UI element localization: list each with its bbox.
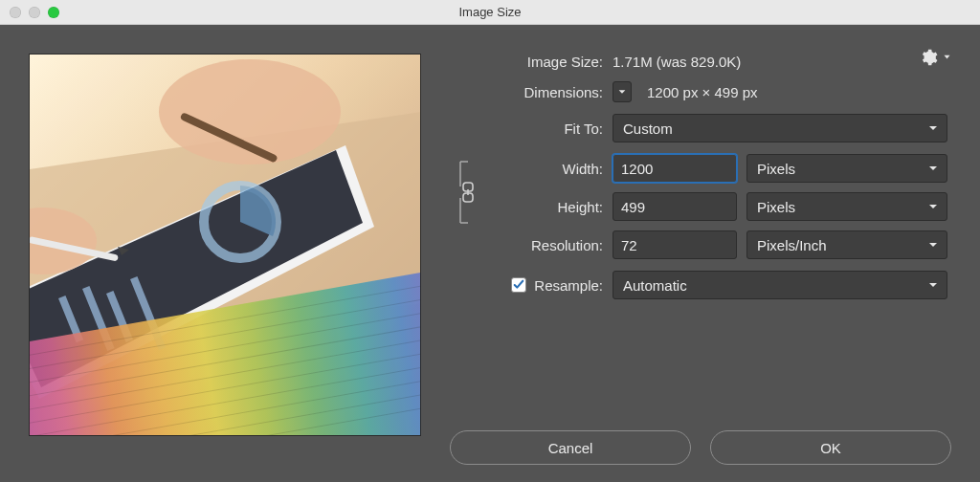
resolution-input[interactable] <box>612 230 737 259</box>
width-input[interactable] <box>612 154 737 183</box>
image-size-label: Image Size: <box>450 54 612 70</box>
dimensions-unit-toggle[interactable] <box>612 81 632 102</box>
fit-to-label: Fit To: <box>450 120 612 137</box>
window-title: Image Size <box>0 5 980 19</box>
resolution-label: Resolution: <box>450 237 612 253</box>
image-size-value: 1.71M (was 829.0K) <box>612 54 741 70</box>
svg-rect-25 <box>30 55 421 436</box>
window-controls <box>10 7 59 18</box>
fit-to-value: Custom <box>623 120 673 137</box>
resample-value: Automatic <box>623 277 687 294</box>
constrain-proportions-icon[interactable] <box>455 156 483 229</box>
width-unit-value: Pixels <box>757 161 795 177</box>
fit-to-select[interactable]: Custom <box>612 114 947 142</box>
width-unit-select[interactable]: Pixels <box>746 154 947 183</box>
titlebar: Image Size <box>0 0 980 25</box>
width-label: Width: <box>488 161 612 177</box>
resolution-unit-value: Pixels/Inch <box>757 237 827 253</box>
gear-icon[interactable] <box>919 48 951 70</box>
height-unit-value: Pixels <box>757 199 795 215</box>
minimize-window-button[interactable] <box>29 7 40 18</box>
resample-select[interactable]: Automatic <box>612 271 947 299</box>
resample-label: Resample: <box>534 277 603 294</box>
ok-button[interactable]: OK <box>710 430 951 465</box>
dimensions-value: 1200 px × 499 px <box>647 84 758 100</box>
resolution-unit-select[interactable]: Pixels/Inch <box>746 230 947 259</box>
image-size-dialog: Image Size <box>0 0 980 482</box>
height-unit-select[interactable]: Pixels <box>746 192 947 221</box>
resample-checkbox[interactable] <box>511 277 526 293</box>
height-input[interactable] <box>612 192 737 221</box>
close-window-button[interactable] <box>10 7 21 18</box>
image-preview <box>29 54 421 436</box>
zoom-window-button[interactable] <box>48 7 59 18</box>
cancel-button[interactable]: Cancel <box>450 430 691 465</box>
height-label: Height: <box>488 199 612 215</box>
dimensions-label: Dimensions: <box>450 84 612 100</box>
